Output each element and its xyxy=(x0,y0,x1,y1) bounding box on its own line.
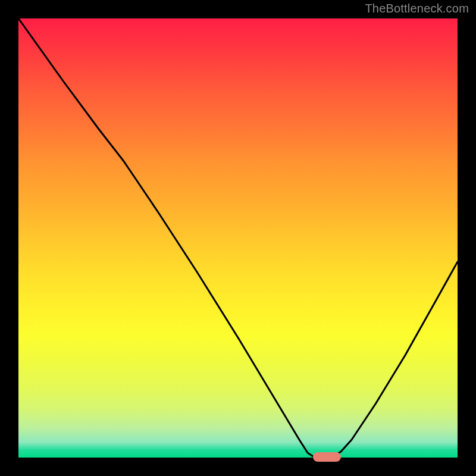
attribution-label: TheBottleneck.com xyxy=(365,2,469,15)
chart-container: TheBottleneck.com xyxy=(0,0,476,476)
optimum-marker xyxy=(313,452,341,462)
plot-gradient-background xyxy=(18,18,458,458)
